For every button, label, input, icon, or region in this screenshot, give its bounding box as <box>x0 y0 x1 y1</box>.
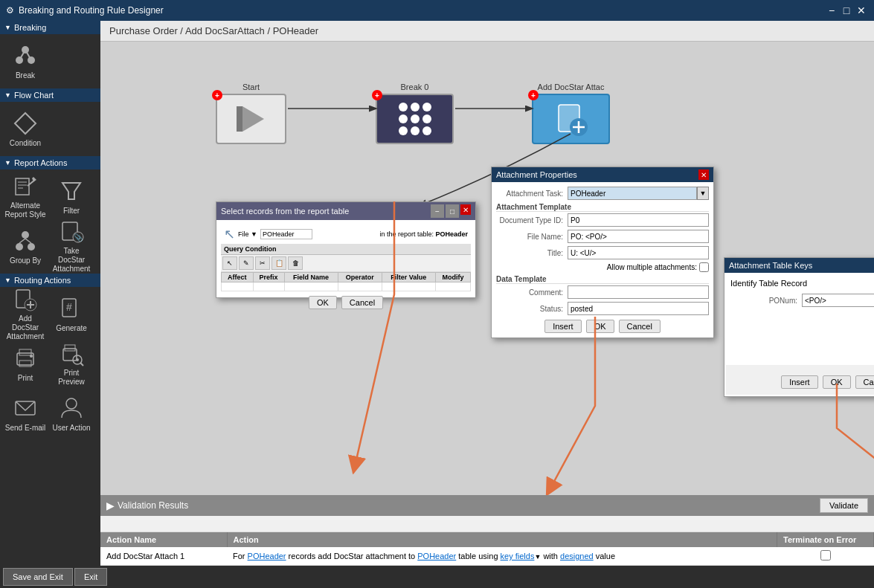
title-input[interactable] <box>568 246 709 259</box>
maximize-button[interactable]: □ <box>840 4 853 17</box>
filter-icon <box>58 178 85 204</box>
filter-label: Filter <box>63 207 80 216</box>
svg-line-16 <box>25 239 31 243</box>
sidebar-item-alternate-report[interactable]: Alternate Report Style <box>3 172 48 221</box>
toolbar-btn-2[interactable]: ✎ <box>239 256 254 270</box>
svg-rect-6 <box>16 178 29 195</box>
table-keys-modal: Attachment Table Keys ✕ Identify Table R… <box>724 257 874 397</box>
allow-multiple-row: Allow multiple attachments: <box>496 262 709 272</box>
select-records-ok[interactable]: OK <box>309 296 337 309</box>
exit-button[interactable]: Exit <box>74 568 107 586</box>
sidebar-item-user-action[interactable]: User Action <box>49 390 94 438</box>
svg-rect-30 <box>63 349 77 361</box>
select-records-cancel[interactable]: Cancel <box>341 296 383 309</box>
allow-multiple-checkbox[interactable] <box>699 262 709 272</box>
start-add-btn[interactable]: + <box>212 90 222 100</box>
sidebar-item-generate[interactable]: # Generate <box>49 290 94 338</box>
poheader-link-1[interactable]: POHeader <box>248 552 286 560</box>
take-docstar-icon: 📎 <box>58 219 85 245</box>
attachment-insert-btn[interactable]: Insert <box>544 320 582 333</box>
start-node: Start + <box>216 83 286 144</box>
start-node-title: Start <box>242 83 260 91</box>
svg-text:📎: 📎 <box>74 233 83 242</box>
status-label: Status: <box>496 305 563 313</box>
sidebar-item-take-docstar[interactable]: 📎 Take DocStar Attachment <box>49 222 94 271</box>
sidebar-item-group-by[interactable]: Group By <box>3 222 48 271</box>
sidebar-section-flowchart[interactable]: ▼ Flow Chart <box>0 88 100 102</box>
sidebar-section-report-actions[interactable]: ▼ Report Actions <box>0 156 100 169</box>
designed-link[interactable]: designed <box>560 552 594 560</box>
sidebar-item-break[interactable]: Break <box>3 37 48 85</box>
svg-rect-27 <box>19 349 31 355</box>
toolbar-btn-3[interactable]: ✂ <box>255 256 270 270</box>
section-label: Breaking <box>14 23 46 32</box>
svg-rect-31 <box>65 345 75 351</box>
svg-point-36 <box>66 398 77 409</box>
terminate-checkbox[interactable] <box>820 550 831 560</box>
table-keys-cancel-btn[interactable]: Cancel <box>855 375 874 389</box>
attachment-ok-btn[interactable]: OK <box>586 320 614 333</box>
key-fields-link[interactable]: key fields <box>501 552 535 560</box>
break-icon <box>12 42 39 69</box>
attachment-task-dropdown[interactable]: ▼ <box>697 187 709 200</box>
app-icon: ⚙ <box>6 5 14 16</box>
toolbar-btn-1[interactable]: ↖ <box>222 256 237 270</box>
data-template-header: Data Template <box>496 275 709 284</box>
doc-type-input[interactable] <box>568 213 709 227</box>
sidebar-item-filter[interactable]: Filter <box>49 172 94 221</box>
sidebar-item-send-email[interactable]: Send E-mail <box>3 390 48 438</box>
mini-toolbar: ↖ ✎ ✂ 📋 🗑 <box>221 255 471 272</box>
close-button[interactable]: ✕ <box>855 4 868 17</box>
svg-point-34 <box>76 358 79 361</box>
select-records-close[interactable]: ✕ <box>460 204 471 215</box>
sidebar: ▼ Breaking Break ▼ Flow Chart <box>0 21 100 566</box>
save-and-exit-button[interactable]: Save and Exit <box>3 568 73 586</box>
validate-button[interactable]: Validate <box>820 498 868 513</box>
attachment-cancel-btn[interactable]: Cancel <box>619 320 661 333</box>
attachment-modal-header: Attachment Properties ✕ <box>492 167 713 182</box>
svg-line-15 <box>19 239 25 243</box>
generate-icon: # <box>58 295 85 322</box>
toolbar-btn-4[interactable]: 📋 <box>271 256 286 270</box>
sidebar-item-print-preview[interactable]: Print Preview <box>49 340 94 388</box>
svg-point-14 <box>28 243 35 251</box>
svg-rect-37 <box>237 106 242 132</box>
table-keys-ok-btn[interactable]: OK <box>823 375 851 389</box>
send-email-label: Send E-mail <box>5 424 45 433</box>
validation-arrow: ▶ <box>106 500 115 511</box>
status-input[interactable] <box>568 302 709 315</box>
title-label: Title: <box>496 249 563 257</box>
action-add-btn[interactable]: + <box>528 90 539 100</box>
print-preview-icon <box>58 341 85 366</box>
svg-line-33 <box>80 363 83 366</box>
report-table-input[interactable] <box>260 229 312 239</box>
svg-marker-5 <box>15 113 36 134</box>
select-records-minimize[interactable]: − <box>431 204 444 218</box>
toolbar-btn-5[interactable]: 🗑 <box>288 256 303 270</box>
sidebar-section-breaking[interactable]: ▼ Breaking <box>0 21 100 34</box>
filename-input[interactable] <box>568 230 709 243</box>
main-layout: ▼ Breaking Break ▼ Flow Chart <box>0 21 874 566</box>
section-arrow: ▼ <box>4 159 11 167</box>
key-fields-dropdown[interactable]: ▼ <box>534 553 541 560</box>
table-keys-footer: Insert OK Cancel <box>726 365 874 395</box>
break0-add-btn[interactable]: + <box>372 90 382 100</box>
attachment-task-input[interactable] <box>568 187 697 200</box>
minimize-button[interactable]: − <box>825 4 838 17</box>
doc-type-row: Document Type ID: <box>496 213 709 227</box>
attachment-modal-title: Attachment Properties <box>496 170 577 179</box>
comment-input[interactable] <box>568 285 709 299</box>
sidebar-item-print[interactable]: Print <box>3 340 48 388</box>
sidebar-item-add-docstar[interactable]: Add DocStar Attachment <box>3 290 48 338</box>
attachment-modal-close[interactable]: ✕ <box>698 169 709 180</box>
result-action-name: Add DocStar Attach 1 <box>100 547 227 566</box>
poheader-link-2[interactable]: POHeader <box>417 552 456 560</box>
table-keys-insert-btn[interactable]: Insert <box>781 375 818 389</box>
sidebar-item-condition[interactable]: Condition <box>3 105 48 153</box>
select-records-maximize[interactable]: □ <box>446 204 459 218</box>
break0-node-title: Break 0 <box>401 83 429 91</box>
sidebar-section-routing-actions[interactable]: ▼ Routing Actions <box>0 274 100 287</box>
title-bar: ⚙ Breaking and Routing Rule Designer − □… <box>0 0 874 21</box>
table-keys-body: Identify Table Record PONum: Insert OK C… <box>724 273 874 396</box>
ponum-input[interactable] <box>802 294 874 307</box>
